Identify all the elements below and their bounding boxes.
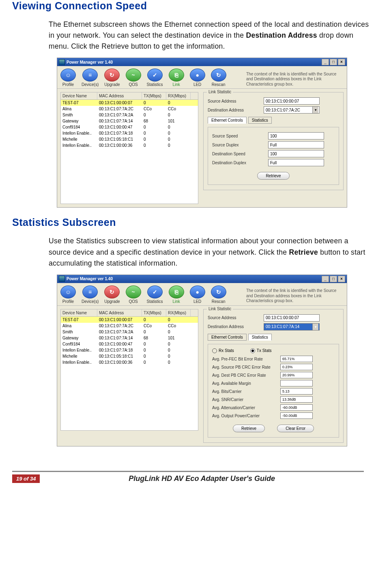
rescan-icon: ↻ [211,69,226,82]
source-duplex-value: Full [268,141,324,148]
stat-label: Avg. Available Margin [212,381,277,386]
toolbar-upgrade[interactable]: ↻Upgrade [104,285,120,304]
link-icon: ⎘ [169,69,184,82]
source-address-field[interactable]: 00:13:C1:00:00:07 [264,97,320,105]
tab-ethernet-controls[interactable]: Ethernet Controls [208,334,247,341]
toolbar-caption: The context of the link is identified wi… [246,72,344,87]
tab-ethernet-controls[interactable]: Ethernet Controls [208,117,247,124]
table-row[interactable]: Smith00:13:C1:07:7A:2A00 [61,329,198,335]
table-row[interactable]: Alina00:13:C1:07:7A:2CCCoCCo [61,106,198,112]
qos-label: QOS [129,299,138,304]
source-speed-value: 100 [268,132,324,139]
heading-viewing: Viewing Connection Speed [12,0,364,12]
table-row[interactable]: Gateway00:13:C1:07:7A:1468101 [61,118,198,124]
tab-statistics[interactable]: Statistics [248,117,272,124]
retrieve-button[interactable]: Retrieve [257,172,289,180]
rx-label: Rx Stats [219,348,234,353]
col-tx[interactable]: TX(Mbps) [142,309,166,316]
maximize-button[interactable]: □ [330,59,337,65]
toolbar-devices[interactable]: ≡Device(s) [82,285,99,304]
upgrade-icon: ↻ [104,285,120,298]
col-tx[interactable]: TX(Mbps) [142,92,166,99]
screenshot-ethernet: Power Manager ver 1.40 _ □ × ☺Profile ≡D… [57,58,347,208]
led-icon: ● [190,69,205,82]
col-mac[interactable]: MAC Address [97,309,142,316]
stat-label: Avg. Dest PB CRC Error Rate [212,373,277,378]
source-address-field[interactable]: 00:13:C1:00:00:07 [264,314,320,322]
footer-title: PlugLink HD AV Eco Adapter User's Guide [40,472,364,485]
table-row[interactable]: Michelle00:13:C1:05:18:C100 [61,136,198,142]
toolbar-rescan[interactable]: ↻Rescan [211,285,226,304]
table-row[interactable]: TEST-0700:13:C1:00:00:0700 [61,100,198,106]
qos-icon: ~ [126,285,141,298]
maximize-button[interactable]: □ [330,276,337,282]
col-rx[interactable]: RX(Mbps) [166,92,191,99]
table-row[interactable]: Intellon Enable..00:13:C1:07:7A:1800 [61,130,198,136]
toolbar-devices[interactable]: ≡Device(s) [82,69,99,87]
stat-value [280,380,313,386]
stat-label: Avg. Bits/Carrier [212,389,277,394]
toolbar-upgrade[interactable]: ↻Upgrade [104,69,120,87]
rescan-label: Rescan [212,299,226,304]
device-table: Device Name MAC Address TX(Mbps) RX(Mbps… [60,92,198,204]
source-speed-label: Source Speed [212,134,265,138]
col-mac[interactable]: MAC Address [97,92,142,99]
toolbar-caption: The context of the link is identified wi… [246,288,344,304]
devices-icon: ≡ [82,285,98,298]
radio-icon [250,348,255,353]
table-row[interactable]: Smith00:13:C1:07:7A:2A00 [61,112,198,118]
toolbar-link[interactable]: ⎘Link [169,285,184,304]
tab-statistics[interactable]: Statistics [248,334,272,341]
app-icon [59,276,65,282]
destination-speed-label: Destination Speed [212,152,265,156]
table-row[interactable]: Conf918400:13:C1:00:00:4700 [61,341,198,347]
qos-icon: ~ [126,69,141,82]
minimize-button[interactable]: _ [322,276,329,282]
stat-value: 13.38dB [280,396,313,403]
table-header: Device Name MAC Address TX(Mbps) RX(Mbps… [60,92,198,100]
toolbar: ☺Profile ≡Device(s) ↻Upgrade ~QOS ✓Stati… [57,283,347,306]
table-row[interactable]: Intellon Enable..00:13:C1:00:00:3600 [61,359,198,365]
toolbar-led[interactable]: ●LED [190,69,205,87]
toolbar-led[interactable]: ●LED [190,285,205,304]
destination-address-dropdown[interactable]: 00:13:C1:07:7A:2C [264,106,320,114]
clear-error-button[interactable]: Clear Error [277,425,314,432]
retrieve-button[interactable]: Retrieve [233,425,265,432]
toolbar-stats[interactable]: ✓Statistics [147,285,163,304]
devices-icon: ≡ [82,69,98,82]
toolbar-rescan[interactable]: ↻Rescan [211,69,226,87]
close-button[interactable]: × [338,276,345,282]
toolbar-qos[interactable]: ~QOS [126,69,141,87]
toolbar-link[interactable]: ⎘Link [169,69,184,87]
stat-value: 65.71% [280,356,313,362]
toolbar-qos[interactable]: ~QOS [126,285,141,304]
tx-stats-radio[interactable]: Tx Stats [250,348,272,353]
heading-statistics: Statistics Subscreen [12,217,364,228]
close-button[interactable]: × [338,59,345,65]
stats-label: Statistics [147,299,163,304]
link-statistic-group: Link Statistic Source Address00:13:C1:00… [203,92,344,190]
col-name[interactable]: Device Name [61,92,97,99]
col-rx[interactable]: RX(Mbps) [166,309,191,316]
stat-value: 20.99% [280,372,313,378]
titlebar[interactable]: Power Manager ver 1.40 _ □ × [57,58,347,66]
stat-label: Avg. SNR/Carrier [212,397,277,402]
toolbar-profile[interactable]: ☺Profile [60,285,76,304]
para1-bold: Destination Address [246,31,317,39]
stats-label: Statistics [147,82,163,87]
table-row[interactable]: Conf918400:13:C1:00:00:4700 [61,124,198,130]
table-row[interactable]: Intellon Enable..00:13:C1:00:00:3600 [61,142,198,148]
toolbar-profile[interactable]: ☺Profile [60,69,76,87]
rx-stats-radio[interactable]: Rx Stats [212,348,234,353]
toolbar-stats[interactable]: ✓Statistics [147,69,163,87]
table-row[interactable]: Gateway00:13:C1:07:7A:1468101 [61,335,198,341]
table-row[interactable]: Intellon Enable..00:13:C1:07:7A:1800 [61,347,198,353]
table-row[interactable]: TEST-0700:13:C1:00:00:0700 [61,317,198,323]
table-row[interactable]: Alina00:13:C1:07:7A:2CCCoCCo [61,323,198,329]
destination-address-dropdown[interactable]: 00:13:C1:07:7A:14 [264,323,320,330]
titlebar[interactable]: Power Manager ver 1.40 _ □ × [57,275,347,283]
col-name[interactable]: Device Name [61,309,97,316]
minimize-button[interactable]: _ [322,59,329,65]
stat-value: 5.13 [280,388,313,395]
table-row[interactable]: Michelle00:13:C1:05:18:C100 [61,353,198,359]
